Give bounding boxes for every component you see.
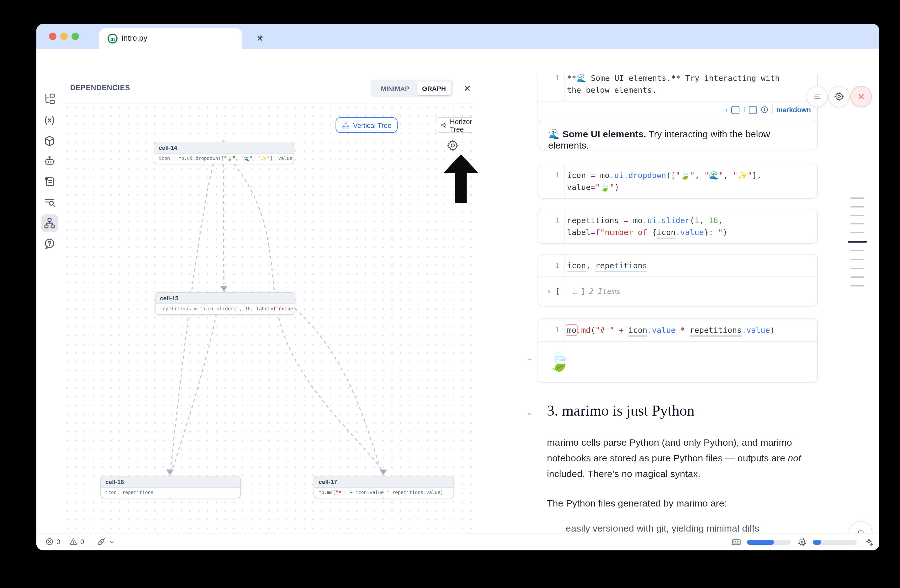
close-x-icon (857, 92, 866, 101)
paragraph: The Python files generated by marimo are… (547, 495, 818, 511)
sidebar-item-logs[interactable] (41, 194, 58, 211)
sidebar-item-ai-assistant[interactable] (41, 152, 58, 170)
code-line[interactable]: mo.md("# " + icon.value * repetitions.va… (567, 324, 811, 336)
language-label[interactable]: markdown (776, 106, 811, 113)
vertical-tree-label: Vertical Tree (353, 121, 391, 129)
code-line[interactable]: value="🍃") (567, 181, 811, 193)
memory-meter-fill (747, 540, 774, 545)
network-graph-icon (43, 217, 56, 229)
node-code: mo.md("# " + icon.value * repetitions.va… (314, 488, 453, 498)
scroll-icon (43, 175, 56, 188)
cell-collapse-chevron[interactable]: ⌄ (526, 353, 533, 362)
horizontal-tree-button[interactable]: Horizontal Tree (434, 117, 472, 133)
package-icon (43, 135, 56, 147)
footer-toggle-icon[interactable] (731, 106, 739, 114)
code-line[interactable]: the below elements. (567, 84, 811, 96)
paragraph: marimo cells parse Python (and only Pyth… (547, 435, 818, 481)
footer-toggle-icon[interactable] (749, 106, 757, 114)
notebook-pane: 1 **🌊 Some UI elements.** Try interactin… (472, 74, 879, 533)
sidebar-item-help[interactable] (41, 235, 58, 253)
cell-markdown[interactable]: 1 **🌊 Some UI elements.** Try interactin… (537, 74, 818, 125)
tab-minimap[interactable]: MINIMAP (374, 82, 416, 94)
line-number: 1 (538, 319, 565, 341)
unplug-icon (96, 537, 106, 547)
node-title: cell-17 (314, 477, 453, 488)
memory-indicator[interactable] (731, 537, 741, 547)
vertical-tree-button[interactable]: Vertical Tree (335, 117, 398, 133)
close-panel-icon[interactable]: ✕ (462, 83, 473, 94)
code-line[interactable]: icon = mo.ui.dropdown(["🍃", "🌊", "✨"], (567, 169, 811, 181)
window-zoom-light[interactable] (71, 32, 79, 40)
section-collapse-chevron[interactable]: ⌄ (526, 407, 533, 417)
horizontal-tree-label: Horizontal Tree (450, 118, 472, 133)
marimo-app: DEPENDENCIES MINIMAP GRAPH ✕ (36, 74, 879, 533)
tab-title: intro.py (122, 34, 147, 43)
memory-meter (747, 540, 791, 545)
tab-graph[interactable]: GRAPH (417, 82, 451, 94)
graph-node-cell-15[interactable]: cell-15 repetitions = mo.ui.slider(1, 16… (155, 292, 295, 315)
variables-icon (43, 114, 56, 127)
graph-settings-gear-icon[interactable] (447, 139, 459, 152)
node-title: cell-14 (154, 142, 293, 153)
cell-dropdown[interactable]: 1 icon = mo.ui.dropdown(["🍃", "🌊", "✨"],… (537, 164, 818, 199)
code-line[interactable]: label=f"number of {icon.value}: ") (567, 226, 811, 238)
line-number: 1 (538, 164, 565, 198)
sidebar-item-variables[interactable] (41, 111, 58, 129)
minimap-active-line (848, 241, 867, 243)
graph-canvas[interactable]: Vertical Tree Horizontal Tree (63, 103, 472, 533)
refs-output[interactable]: › [ … ] 2 Items (538, 277, 817, 306)
warning-count: 0 (80, 538, 84, 545)
code-line[interactable]: **🌊 Some UI elements.** Try interacting … (567, 74, 811, 84)
stop-button[interactable] (849, 521, 872, 533)
gear-icon (834, 91, 844, 102)
ellipsis: … (572, 287, 577, 296)
node-code: repetitions = mo.ui.slider(1, 16, label=… (155, 304, 295, 314)
menu-lines-icon (813, 92, 822, 101)
graph-node-cell-17[interactable]: cell-17 mo.md("# " + icon.value * repeti… (313, 476, 454, 498)
cpu-chip-icon (797, 537, 807, 547)
graph-node-cell-16[interactable]: cell-16 icon, repetitions (100, 476, 241, 498)
browser-tab[interactable]: m intro.py ✕ (99, 28, 242, 49)
errors-indicator[interactable]: 0 (45, 537, 60, 546)
window-close-light[interactable] (49, 32, 56, 40)
annotation-arrow (444, 154, 478, 203)
ai-assist-button[interactable] (864, 537, 874, 547)
shutdown-button[interactable] (850, 86, 872, 107)
chevron-down-icon (109, 538, 115, 545)
footer-r-label[interactable]: r (725, 106, 728, 113)
line-number: 1 (538, 74, 565, 101)
notebook-settings-button[interactable] (829, 86, 850, 107)
panel-title: DEPENDENCIES (70, 84, 130, 91)
warning-triangle-icon (69, 537, 78, 546)
file-tree-icon (43, 93, 56, 105)
marimo-favicon: m (107, 33, 118, 44)
code-line[interactable]: icon, repetitions (567, 260, 811, 271)
window-minimize-light[interactable] (60, 32, 68, 40)
md-output: 🍃 (538, 341, 817, 382)
cell-slider[interactable]: 1 repetitions = mo.ui.slider(1, 16, labe… (537, 209, 818, 244)
connection-toggle[interactable] (96, 537, 115, 547)
footer-f-label[interactable]: f (743, 106, 745, 113)
sidebar-item-file-explorer[interactable] (41, 90, 58, 108)
cpu-indicator[interactable] (797, 537, 807, 547)
cell-md[interactable]: 1 mo.md("# " + icon.value * repetitions.… (537, 319, 818, 383)
footer-info-icon[interactable] (761, 106, 768, 113)
code-line[interactable]: repetitions = mo.ui.slider(1, 16, (567, 214, 811, 226)
cell-menu-button[interactable] (807, 86, 828, 107)
cell-refs[interactable]: 1 icon, repetitions › [ … ] 2 Items (537, 254, 818, 306)
cell-footer: r f markdown (725, 105, 811, 114)
graph-node-cell-14[interactable]: cell-14 icon = mo.ui.dropdown(["🍃", "🌊",… (154, 142, 294, 164)
paragraph-clipped: easily versioned with git, yielding mini… (566, 520, 836, 533)
sidebar-item-snippets[interactable] (41, 173, 58, 190)
node-code: icon = mo.ui.dropdown(["🍃", "🌊", "✨"], v… (154, 153, 293, 164)
dependency-edges (63, 103, 472, 533)
expand-chevron[interactable]: › (547, 287, 551, 296)
svg-text:m: m (110, 36, 115, 42)
sidebar-item-packages[interactable] (41, 132, 58, 150)
browser-tab-strip: m intro.py ✕ + (36, 24, 879, 49)
footer-separator (772, 105, 773, 114)
warnings-indicator[interactable]: 0 (69, 537, 84, 546)
new-tab-button[interactable]: + (253, 30, 269, 46)
node-title: cell-16 (101, 477, 240, 488)
sidebar-item-dependency-graph[interactable] (41, 214, 58, 232)
